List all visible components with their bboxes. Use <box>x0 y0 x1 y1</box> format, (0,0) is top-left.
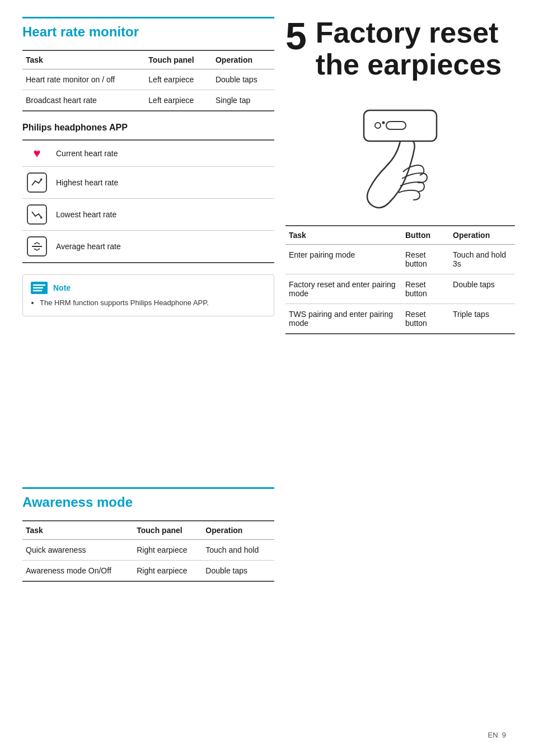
current-heart-rate-label: Current heart rate <box>51 140 274 167</box>
heart-rate-monitor-title: Heart rate monitor <box>22 17 274 40</box>
col-task: Task <box>22 50 145 69</box>
table-row: Quick awareness Right earpiece Touch and… <box>22 540 274 561</box>
philips-app-subtitle: Philips headphones APP <box>22 123 274 133</box>
lowest-heart-rate-label: Lowest heart rate <box>51 199 274 231</box>
task-cell: Enter pairing mode <box>285 245 402 274</box>
operation-cell: Single tap <box>212 90 274 111</box>
page: Heart rate monitor Task Touch panel Oper… <box>0 0 534 756</box>
operation-cell: Double taps <box>212 69 274 90</box>
awareness-mode-section: Awareness mode Task Touch panel Operatio… <box>22 487 274 593</box>
average-heart-rate-icon <box>27 236 47 256</box>
highest-heart-rate-icon <box>27 172 47 193</box>
section-number: 5 <box>285 17 307 55</box>
heart-rate-monitor-section: Heart rate monitor Task Touch panel Oper… <box>22 17 274 111</box>
col-touch-panel: Touch panel <box>145 50 212 69</box>
operation-cell: Triple taps <box>449 304 515 334</box>
awareness-mode-table: Task Touch panel Operation Quick awarene… <box>22 520 274 582</box>
svg-rect-9 <box>386 122 406 129</box>
right-column: 5 Factory resetthe earpieces <box>285 17 515 346</box>
footer-page: 9 <box>502 731 506 739</box>
button-cell: Reset button <box>402 245 449 274</box>
left-column: Heart rate monitor Task Touch panel Oper… <box>22 17 274 316</box>
heart-icon: ♥ <box>33 146 40 160</box>
task-cell: Heart rate monitor on / off <box>22 69 145 90</box>
svg-point-8 <box>375 123 381 128</box>
list-item: Average heart rate <box>22 231 274 263</box>
factory-reset-header: 5 Factory resetthe earpieces <box>285 17 515 92</box>
heart-rate-monitor-table: Task Touch panel Operation Heart rate mo… <box>22 50 274 111</box>
note-text: The HRM function supports Philips Headph… <box>31 298 266 307</box>
operation-cell: Touch and hold 3s <box>449 245 515 274</box>
earpiece-svg <box>330 105 470 211</box>
factory-reset-table: Task Button Operation Enter pairing mode… <box>285 225 515 334</box>
svg-point-10 <box>382 122 385 124</box>
list-item: Lowest heart rate <box>22 199 274 231</box>
page-footer: EN 9 <box>488 731 506 739</box>
table-row: Awareness mode On/Off Right earpiece Dou… <box>22 561 274 582</box>
note-header: Note <box>31 282 266 294</box>
operation-cell: Double taps <box>449 274 515 304</box>
highest-icon-cell <box>22 167 51 199</box>
footer-lang: EN <box>488 731 498 739</box>
table-row: Enter pairing mode Reset button Touch an… <box>285 245 515 274</box>
avg-icon-cell <box>22 231 51 263</box>
touch-panel-cell: Right earpiece <box>133 540 202 561</box>
touch-panel-cell: Right earpiece <box>133 561 202 582</box>
philips-app-section: Philips headphones APP ♥ Current heart r… <box>22 123 274 263</box>
operation-cell: Touch and hold <box>202 540 274 561</box>
col-operation: Operation <box>449 226 515 245</box>
col-touch-panel: Touch panel <box>133 521 202 540</box>
table-row: Factory reset and enter pairing mode Res… <box>285 274 515 304</box>
task-cell: Awareness mode On/Off <box>22 561 133 582</box>
table-row: Heart rate monitor on / off Left earpiec… <box>22 69 274 90</box>
button-cell: Reset button <box>402 274 449 304</box>
note-label: Note <box>53 283 71 292</box>
awareness-mode-title: Awareness mode <box>22 487 274 510</box>
list-item: ♥ Current heart rate <box>22 140 274 167</box>
col-task: Task <box>285 226 402 245</box>
table-row: TWS pairing and enter pairing mode Reset… <box>285 304 515 334</box>
task-cell: Quick awareness <box>22 540 133 561</box>
touch-panel-cell: Left earpiece <box>145 69 212 90</box>
col-operation: Operation <box>202 521 274 540</box>
heart-icon-cell: ♥ <box>22 140 51 167</box>
col-button: Button <box>402 226 449 245</box>
lowest-heart-rate-icon <box>27 204 47 225</box>
list-item: Highest heart rate <box>22 167 274 199</box>
col-task: Task <box>22 521 133 540</box>
lowest-icon-cell <box>22 199 51 231</box>
factory-reset-title: Factory resetthe earpieces <box>316 17 502 81</box>
table-row: Broadcast heart rate Left earpiece Singl… <box>22 90 274 111</box>
col-operation: Operation <box>212 50 274 69</box>
operation-cell: Double taps <box>202 561 274 582</box>
task-cell: TWS pairing and enter pairing mode <box>285 304 402 334</box>
task-cell: Factory reset and enter pairing mode <box>285 274 402 304</box>
highest-heart-rate-label: Highest heart rate <box>51 167 274 199</box>
task-cell: Broadcast heart rate <box>22 90 145 111</box>
philips-app-table: ♥ Current heart rate <box>22 139 274 263</box>
earpiece-illustration <box>285 102 515 214</box>
average-heart-rate-label: Average heart rate <box>51 231 274 263</box>
note-lines-icon <box>31 282 48 294</box>
note-box: Note The HRM function supports Philips H… <box>22 274 274 316</box>
note-list-item: The HRM function supports Philips Headph… <box>40 298 266 307</box>
touch-panel-cell: Left earpiece <box>145 90 212 111</box>
button-cell: Reset button <box>402 304 449 334</box>
